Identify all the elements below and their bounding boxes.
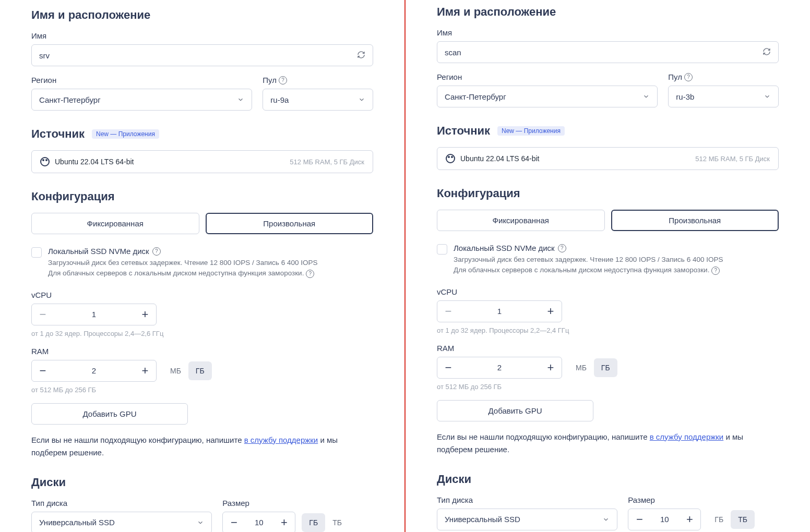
name-input[interactable] (437, 41, 779, 63)
ram-unit-mb[interactable]: МБ (163, 361, 188, 380)
support-link[interactable]: в службу поддержки (244, 436, 318, 444)
source-title: Источник (31, 127, 85, 141)
config-fixed-button[interactable]: Фиксированная (437, 210, 605, 231)
config-title: Конфигурация (437, 187, 779, 200)
vcpu-minus-button[interactable]: − (437, 301, 459, 322)
vcpu-plus-button[interactable]: + (540, 301, 562, 322)
pane-right: Имя и расположение Имя Регион Санкт-Пете… (406, 0, 810, 532)
size-minus-button[interactable]: − (628, 509, 650, 530)
ram-unit-gb[interactable]: ГБ (188, 361, 212, 380)
size-plus-button[interactable]: + (678, 509, 700, 530)
ssd-desc-1: Загрузочный диск без сетевых задержек. Ч… (454, 255, 723, 265)
pool-select[interactable]: ru-3b (668, 86, 779, 107)
chevron-down-icon (358, 96, 365, 103)
config-fixed-button[interactable]: Фиксированная (31, 213, 199, 234)
ram-plus-button[interactable]: + (134, 360, 156, 381)
region-select[interactable]: Санкт-Петербург (31, 89, 252, 111)
help-icon[interactable]: ? (152, 247, 161, 256)
local-ssd-checkbox[interactable] (437, 244, 447, 255)
refresh-icon[interactable] (357, 51, 365, 61)
region-value: Санкт-Петербург (445, 92, 506, 101)
name-input[interactable] (31, 44, 373, 66)
size-stepper[interactable]: − 10 + (222, 512, 295, 533)
add-gpu-button[interactable]: Добавить GPU (31, 403, 188, 425)
vcpu-stepper[interactable]: − 1 + (437, 300, 562, 322)
ram-label: RAM (437, 344, 779, 353)
ram-hint: от 512 МБ до 256 ГБ (31, 386, 373, 394)
chevron-down-icon (642, 93, 650, 100)
size-unit-toggle[interactable]: ГБ ТБ (707, 510, 755, 529)
disk-type-select[interactable]: Универсальный SSD (31, 512, 212, 533)
size-plus-button[interactable]: + (273, 512, 295, 533)
chevron-down-icon (197, 519, 204, 526)
config-custom-button[interactable]: Произвольная (611, 210, 779, 231)
size-unit-tb[interactable]: ТБ (731, 510, 755, 529)
vcpu-label: vCPU (31, 291, 373, 299)
size-value: 10 (650, 515, 678, 524)
disk-type-select[interactable]: Универсальный SSD (437, 509, 617, 530)
pane-left: Имя и расположение Имя Регион Санкт-Пете… (0, 0, 406, 532)
ram-plus-button[interactable]: + (540, 357, 562, 378)
size-minus-button[interactable]: − (223, 512, 245, 533)
support-text: Если вы не нашли подходящую конфигурацию… (437, 431, 779, 456)
size-unit-gb[interactable]: ГБ (302, 513, 325, 532)
new-badge: New — Приложения (92, 129, 159, 139)
size-stepper[interactable]: − 10 + (628, 509, 701, 530)
pool-value: ru-3b (676, 92, 694, 101)
config-title: Конфигурация (31, 190, 373, 203)
pool-label: Пул? (668, 72, 779, 81)
size-unit-gb[interactable]: ГБ (707, 510, 731, 529)
ram-unit-toggle[interactable]: МБ ГБ (568, 358, 617, 377)
chevron-down-icon (602, 516, 610, 523)
name-input-field[interactable] (445, 48, 763, 57)
ram-minus-button[interactable]: − (437, 357, 459, 378)
region-select[interactable]: Санкт-Петербург (437, 86, 658, 107)
vcpu-hint: от 1 до 32 ядер. Процессоры 2,4—2,6 ГГц (31, 330, 373, 337)
pool-value: ru-9a (270, 95, 289, 104)
size-unit-toggle[interactable]: ГБ ТБ (302, 513, 349, 532)
disks-title: Диски (437, 473, 779, 486)
help-icon[interactable]: ? (306, 270, 314, 278)
ubuntu-icon (446, 154, 455, 163)
size-unit-tb[interactable]: ТБ (325, 513, 349, 532)
ram-unit-mb[interactable]: МБ (568, 358, 594, 377)
name-label: Имя (437, 28, 779, 37)
size-label: Размер (222, 499, 373, 507)
support-text: Если вы не нашли подходящую конфигурацию… (31, 434, 373, 459)
ram-hint: от 512 МБ до 256 ГБ (437, 383, 779, 391)
ssd-title: Локальный SSD NVMe диск (48, 247, 149, 256)
chevron-down-icon (764, 93, 771, 100)
local-ssd-checkbox[interactable] (31, 247, 42, 258)
refresh-icon[interactable] (763, 47, 771, 57)
vcpu-hint: от 1 до 32 ядер. Процессоры 2,2—2,4 ГГц (437, 327, 779, 334)
help-icon[interactable]: ? (684, 73, 693, 81)
source-box[interactable]: Ubuntu 22.04 LTS 64-bit 512 МБ RAM, 5 ГБ… (31, 150, 373, 173)
support-link[interactable]: в службу поддержки (650, 432, 724, 441)
ram-minus-button[interactable]: − (32, 360, 54, 381)
ram-stepper[interactable]: − 2 + (31, 360, 157, 382)
disks-title: Диски (31, 476, 373, 489)
vcpu-plus-button[interactable]: + (134, 304, 156, 325)
vcpu-stepper[interactable]: − 1 + (31, 304, 157, 325)
ram-unit-toggle[interactable]: МБ ГБ (163, 361, 212, 380)
section-title-name-location: Имя и расположение (31, 8, 373, 22)
pool-select[interactable]: ru-9a (263, 89, 373, 111)
help-icon[interactable]: ? (279, 76, 287, 84)
new-badge: New — Приложения (497, 126, 565, 136)
help-icon[interactable]: ? (558, 244, 566, 252)
source-box[interactable]: Ubuntu 22.04 LTS 64-bit 512 МБ RAM, 5 ГБ… (437, 147, 779, 170)
help-icon[interactable]: ? (711, 267, 720, 275)
disk-type-value: Универсальный SSD (39, 518, 115, 527)
ram-label: RAM (31, 347, 373, 356)
name-input-field[interactable] (39, 51, 357, 60)
ram-value: 2 (459, 363, 540, 372)
region-label: Регион (31, 76, 252, 84)
name-label: Имя (31, 31, 373, 40)
add-gpu-button[interactable]: Добавить GPU (437, 400, 593, 421)
disk-type-label: Тип диска (437, 495, 617, 504)
ram-stepper[interactable]: − 2 + (437, 357, 562, 379)
config-custom-button[interactable]: Произвольная (206, 213, 374, 234)
section-title-name-location: Имя и расположение (437, 5, 779, 19)
ram-unit-gb[interactable]: ГБ (594, 358, 617, 377)
vcpu-minus-button[interactable]: − (32, 304, 54, 325)
